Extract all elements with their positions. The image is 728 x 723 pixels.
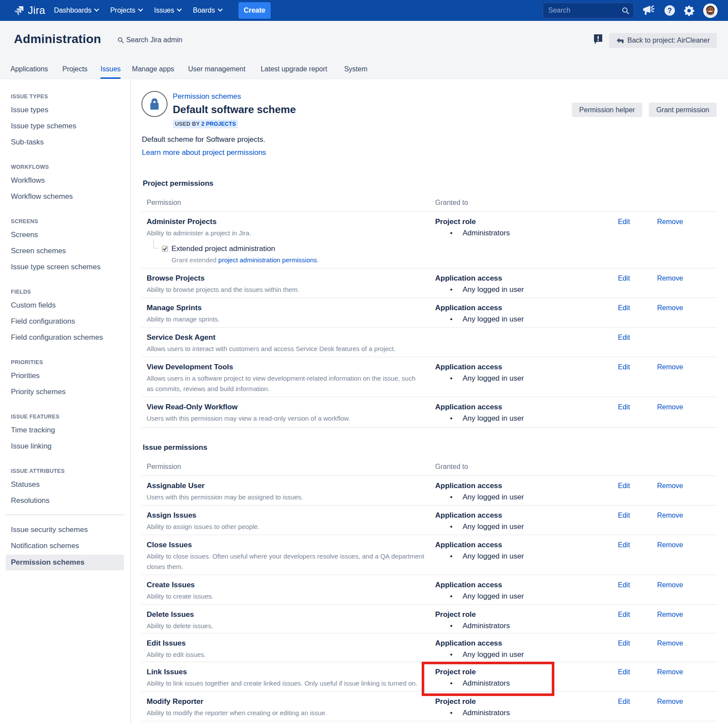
svg-text:?: ? bbox=[668, 7, 672, 14]
